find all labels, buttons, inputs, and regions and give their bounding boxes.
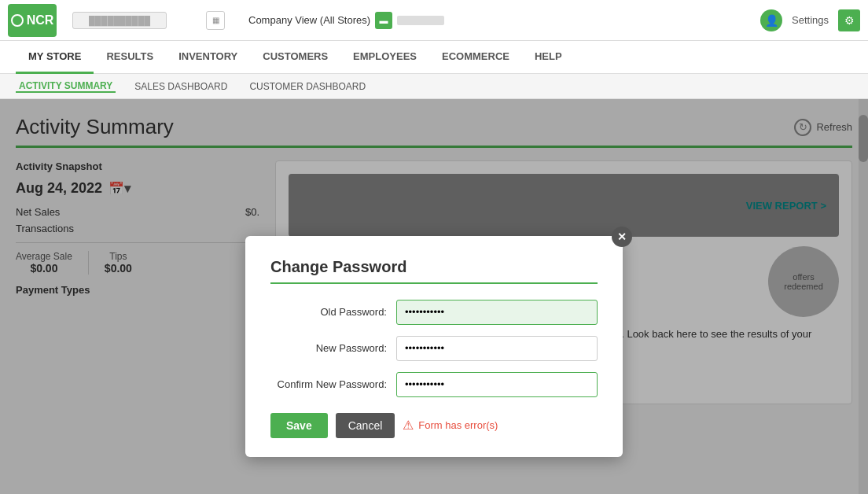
- sub-nav-activity-summary[interactable]: ACTIVITY SUMMARY: [16, 80, 116, 93]
- old-password-input[interactable]: [396, 300, 598, 325]
- error-text: Form has error(s): [418, 419, 498, 431]
- sub-nav-sales-dashboard[interactable]: SALES DASHBOARD: [131, 81, 230, 92]
- grid-icon[interactable]: ▦: [206, 11, 225, 30]
- new-password-row: New Password:: [270, 336, 598, 361]
- old-password-row: Old Password:: [270, 300, 598, 325]
- new-password-input[interactable]: [396, 336, 598, 361]
- cancel-button[interactable]: Cancel: [336, 413, 395, 438]
- sub-nav-customer-dashboard[interactable]: CUSTOMER DASHBOARD: [246, 81, 369, 92]
- nav-item-inventory[interactable]: INVENTORY: [166, 41, 250, 74]
- page-content: Activity Summary ↻ Refresh Activity Snap…: [0, 99, 868, 494]
- confirm-password-label: Confirm New Password:: [270, 378, 396, 390]
- confirm-password-input[interactable]: [396, 372, 598, 397]
- modal-actions: Save Cancel ⚠ Form has error(s): [270, 413, 598, 438]
- company-view-label: Company View (All Stores): [248, 14, 370, 26]
- nav-item-ecommerce[interactable]: ECOMMERCE: [429, 41, 522, 74]
- modal-overlay: ✕ Change Password Old Password: New Pass…: [0, 99, 868, 494]
- store-label-placeholder: [397, 16, 444, 25]
- company-view: Company View (All Stores) ▬: [248, 12, 444, 29]
- header-right: 👤 Settings ⚙: [760, 9, 860, 31]
- save-button[interactable]: Save: [270, 413, 328, 438]
- new-password-label: New Password:: [270, 342, 396, 354]
- settings-label[interactable]: Settings: [792, 14, 829, 26]
- ncr-logo-text: NCR: [11, 13, 54, 28]
- top-header: NCR ██████████ ▦ Company View (All Store…: [0, 0, 868, 41]
- ncr-logo: NCR: [8, 4, 57, 37]
- user-avatar-icon[interactable]: 👤: [760, 9, 782, 31]
- nav-item-employees[interactable]: EMPLOYEES: [340, 41, 429, 74]
- settings-gear-icon[interactable]: ⚙: [838, 9, 860, 31]
- monitor-icon: ▬: [375, 12, 392, 29]
- nav-item-help[interactable]: HELP: [522, 41, 575, 74]
- username-display: ██████████: [72, 12, 175, 29]
- main-nav: MY STORE RESULTS INVENTORY CUSTOMERS EMP…: [0, 41, 868, 74]
- modal-body: Old Password: New Password: Confirm New …: [270, 300, 598, 397]
- confirm-password-row: Confirm New Password:: [270, 372, 598, 397]
- nav-item-results[interactable]: RESULTS: [94, 41, 166, 74]
- ncr-circle-icon: [11, 14, 24, 27]
- error-message: ⚠ Form has error(s): [403, 418, 498, 433]
- sub-nav: ACTIVITY SUMMARY SALES DASHBOARD CUSTOME…: [0, 74, 868, 99]
- nav-item-customers[interactable]: CUSTOMERS: [250, 41, 340, 74]
- nav-item-mystore[interactable]: MY STORE: [16, 41, 94, 74]
- modal-title: Change Password: [270, 258, 598, 284]
- modal-close-button[interactable]: ✕: [612, 227, 632, 247]
- error-icon: ⚠: [403, 418, 414, 433]
- ncr-label: NCR: [27, 13, 54, 28]
- old-password-label: Old Password:: [270, 306, 396, 318]
- username-field: ██████████: [72, 12, 167, 29]
- change-password-modal: ✕ Change Password Old Password: New Pass…: [245, 236, 623, 457]
